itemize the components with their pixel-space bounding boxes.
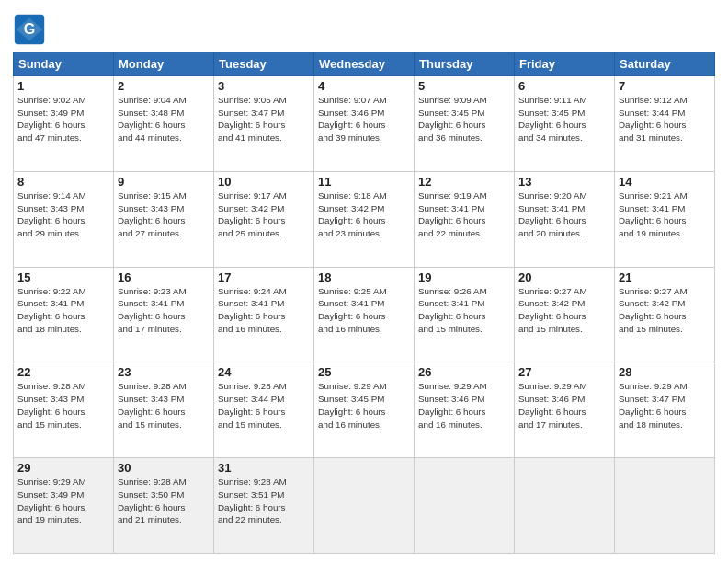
day-number: 27 <box>518 365 610 379</box>
cell-info: Sunrise: 9:04 AM Sunset: 3:48 PM Dayligh… <box>118 94 210 144</box>
calendar-cell: 14Sunrise: 9:21 AM Sunset: 3:41 PM Dayli… <box>615 171 715 267</box>
calendar-cell: 8Sunrise: 9:14 AM Sunset: 3:43 PM Daylig… <box>14 171 114 267</box>
cell-info: Sunrise: 9:26 AM Sunset: 3:41 PM Dayligh… <box>418 285 510 336</box>
cell-info: Sunrise: 9:28 AM Sunset: 3:43 PM Dayligh… <box>118 380 210 431</box>
day-number: 29 <box>17 461 109 475</box>
cell-info: Sunrise: 9:28 AM Sunset: 3:44 PM Dayligh… <box>218 380 310 431</box>
cell-info: Sunrise: 9:11 AM Sunset: 3:45 PM Dayligh… <box>518 94 610 144</box>
cell-info: Sunrise: 9:27 AM Sunset: 3:42 PM Dayligh… <box>619 285 711 336</box>
calendar-cell: 4Sunrise: 9:07 AM Sunset: 3:46 PM Daylig… <box>314 76 415 172</box>
calendar-cell: 20Sunrise: 9:27 AM Sunset: 3:42 PM Dayli… <box>515 267 615 362</box>
calendar-cell <box>415 458 515 554</box>
calendar-cell: 17Sunrise: 9:24 AM Sunset: 3:41 PM Dayli… <box>214 267 314 362</box>
cell-info: Sunrise: 9:28 AM Sunset: 3:50 PM Dayligh… <box>118 476 210 526</box>
calendar-cell: 26Sunrise: 9:29 AM Sunset: 3:46 PM Dayli… <box>415 362 515 458</box>
cell-info: Sunrise: 9:28 AM Sunset: 3:51 PM Dayligh… <box>218 476 310 526</box>
calendar-cell: 3Sunrise: 9:05 AM Sunset: 3:47 PM Daylig… <box>214 76 314 172</box>
day-number: 23 <box>118 365 210 379</box>
calendar-cell: 7Sunrise: 9:12 AM Sunset: 3:44 PM Daylig… <box>615 76 715 172</box>
page: G SundayMondayTuesdayWednesdayThursdayFr… <box>0 0 728 563</box>
cell-info: Sunrise: 9:28 AM Sunset: 3:43 PM Dayligh… <box>17 380 109 431</box>
cell-info: Sunrise: 9:25 AM Sunset: 3:41 PM Dayligh… <box>318 285 410 336</box>
cell-info: Sunrise: 9:23 AM Sunset: 3:41 PM Dayligh… <box>118 285 210 336</box>
cell-info: Sunrise: 9:02 AM Sunset: 3:49 PM Dayligh… <box>17 94 109 144</box>
calendar-cell: 1Sunrise: 9:02 AM Sunset: 3:49 PM Daylig… <box>14 76 114 172</box>
calendar-cell: 29Sunrise: 9:29 AM Sunset: 3:49 PM Dayli… <box>14 458 114 554</box>
day-number: 10 <box>218 175 310 189</box>
calendar-cell <box>615 458 715 554</box>
calendar-cell: 9Sunrise: 9:15 AM Sunset: 3:43 PM Daylig… <box>114 171 214 267</box>
cell-info: Sunrise: 9:29 AM Sunset: 3:46 PM Dayligh… <box>518 380 610 431</box>
day-number: 2 <box>118 79 210 93</box>
calendar-cell <box>515 458 615 554</box>
day-number: 16 <box>118 270 210 284</box>
calendar-week-row: 8Sunrise: 9:14 AM Sunset: 3:43 PM Daylig… <box>14 171 715 267</box>
calendar-week-row: 29Sunrise: 9:29 AM Sunset: 3:49 PM Dayli… <box>14 458 715 554</box>
cell-info: Sunrise: 9:12 AM Sunset: 3:44 PM Dayligh… <box>619 94 711 144</box>
calendar-cell: 6Sunrise: 9:11 AM Sunset: 3:45 PM Daylig… <box>515 76 615 172</box>
day-number: 28 <box>619 365 711 379</box>
calendar-cell: 23Sunrise: 9:28 AM Sunset: 3:43 PM Dayli… <box>114 362 214 458</box>
calendar-cell: 16Sunrise: 9:23 AM Sunset: 3:41 PM Dayli… <box>114 267 214 362</box>
cell-info: Sunrise: 9:29 AM Sunset: 3:47 PM Dayligh… <box>619 380 711 431</box>
svg-text:G: G <box>24 20 36 37</box>
calendar-cell: 24Sunrise: 9:28 AM Sunset: 3:44 PM Dayli… <box>214 362 314 458</box>
calendar-cell: 21Sunrise: 9:27 AM Sunset: 3:42 PM Dayli… <box>615 267 715 362</box>
calendar-cell: 28Sunrise: 9:29 AM Sunset: 3:47 PM Dayli… <box>615 362 715 458</box>
day-number: 3 <box>218 79 310 93</box>
calendar-header-sunday: Sunday <box>14 52 114 76</box>
calendar-cell: 13Sunrise: 9:20 AM Sunset: 3:41 PM Dayli… <box>515 171 615 267</box>
day-number: 25 <box>318 365 410 379</box>
cell-info: Sunrise: 9:24 AM Sunset: 3:41 PM Dayligh… <box>218 285 310 336</box>
calendar-cell: 2Sunrise: 9:04 AM Sunset: 3:48 PM Daylig… <box>114 76 214 172</box>
calendar-header-saturday: Saturday <box>615 52 715 76</box>
cell-info: Sunrise: 9:14 AM Sunset: 3:43 PM Dayligh… <box>17 190 109 240</box>
logo: G <box>13 13 50 46</box>
calendar-table: SundayMondayTuesdayWednesdayThursdayFrid… <box>13 52 715 554</box>
day-number: 13 <box>518 175 610 189</box>
calendar-header-wednesday: Wednesday <box>314 52 415 76</box>
calendar-cell: 11Sunrise: 9:18 AM Sunset: 3:42 PM Dayli… <box>314 171 415 267</box>
cell-info: Sunrise: 9:07 AM Sunset: 3:46 PM Dayligh… <box>318 94 410 144</box>
day-number: 18 <box>318 270 410 284</box>
calendar-cell: 25Sunrise: 9:29 AM Sunset: 3:45 PM Dayli… <box>314 362 415 458</box>
calendar-week-row: 15Sunrise: 9:22 AM Sunset: 3:41 PM Dayli… <box>14 267 715 362</box>
day-number: 30 <box>118 461 210 475</box>
header: G <box>13 9 715 46</box>
cell-info: Sunrise: 9:19 AM Sunset: 3:41 PM Dayligh… <box>418 190 510 240</box>
calendar-week-row: 1Sunrise: 9:02 AM Sunset: 3:49 PM Daylig… <box>14 76 715 172</box>
cell-info: Sunrise: 9:20 AM Sunset: 3:41 PM Dayligh… <box>518 190 610 240</box>
day-number: 9 <box>118 175 210 189</box>
day-number: 14 <box>619 175 711 189</box>
logo-icon: G <box>13 13 46 46</box>
calendar-cell: 18Sunrise: 9:25 AM Sunset: 3:41 PM Dayli… <box>314 267 415 362</box>
calendar-header-tuesday: Tuesday <box>214 52 314 76</box>
day-number: 15 <box>17 270 109 284</box>
calendar-header-row: SundayMondayTuesdayWednesdayThursdayFrid… <box>14 52 715 76</box>
day-number: 4 <box>318 79 410 93</box>
cell-info: Sunrise: 9:18 AM Sunset: 3:42 PM Dayligh… <box>318 190 410 240</box>
day-number: 11 <box>318 175 410 189</box>
cell-info: Sunrise: 9:15 AM Sunset: 3:43 PM Dayligh… <box>118 190 210 240</box>
cell-info: Sunrise: 9:29 AM Sunset: 3:46 PM Dayligh… <box>418 380 510 431</box>
day-number: 19 <box>418 270 510 284</box>
day-number: 1 <box>17 79 109 93</box>
cell-info: Sunrise: 9:21 AM Sunset: 3:41 PM Dayligh… <box>619 190 711 240</box>
cell-info: Sunrise: 9:22 AM Sunset: 3:41 PM Dayligh… <box>17 285 109 336</box>
calendar-header-thursday: Thursday <box>415 52 515 76</box>
calendar-cell: 22Sunrise: 9:28 AM Sunset: 3:43 PM Dayli… <box>14 362 114 458</box>
calendar-cell: 27Sunrise: 9:29 AM Sunset: 3:46 PM Dayli… <box>515 362 615 458</box>
cell-info: Sunrise: 9:27 AM Sunset: 3:42 PM Dayligh… <box>518 285 610 336</box>
calendar-cell: 5Sunrise: 9:09 AM Sunset: 3:45 PM Daylig… <box>415 76 515 172</box>
cell-info: Sunrise: 9:17 AM Sunset: 3:42 PM Dayligh… <box>218 190 310 240</box>
day-number: 20 <box>518 270 610 284</box>
cell-info: Sunrise: 9:29 AM Sunset: 3:49 PM Dayligh… <box>17 476 109 526</box>
day-number: 21 <box>619 270 711 284</box>
calendar-cell <box>314 458 415 554</box>
day-number: 12 <box>418 175 510 189</box>
day-number: 5 <box>418 79 510 93</box>
calendar-cell: 31Sunrise: 9:28 AM Sunset: 3:51 PM Dayli… <box>214 458 314 554</box>
calendar-cell: 12Sunrise: 9:19 AM Sunset: 3:41 PM Dayli… <box>415 171 515 267</box>
cell-info: Sunrise: 9:29 AM Sunset: 3:45 PM Dayligh… <box>318 380 410 431</box>
day-number: 6 <box>518 79 610 93</box>
